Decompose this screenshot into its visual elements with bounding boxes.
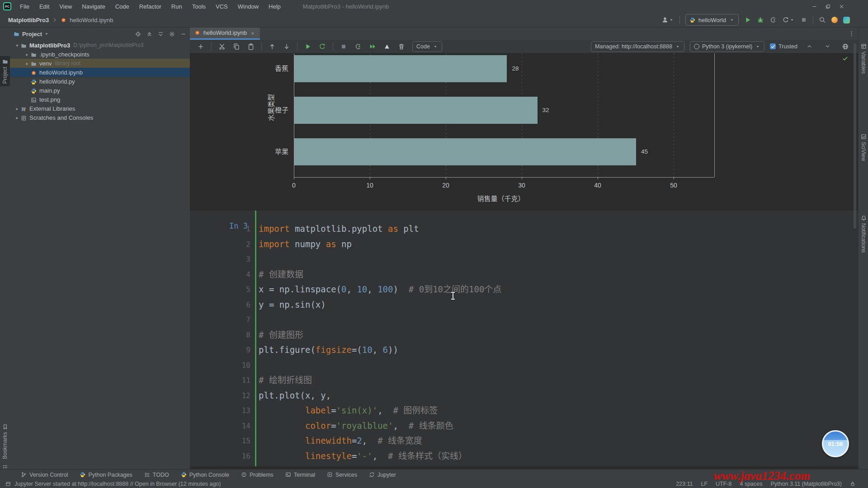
run-button[interactable] [744, 14, 751, 25]
search-everywhere-button[interactable] [819, 14, 826, 25]
inspections-ok-icon[interactable] [842, 54, 848, 62]
menu-vcs[interactable]: VCS [212, 2, 232, 11]
code-line[interactable]: 8# 创建图形 [190, 328, 858, 343]
editor-scrollbar[interactable] [854, 43, 856, 229]
collapse-all-icon[interactable] [146, 31, 152, 37]
project-panel-title[interactable]: Project [22, 31, 42, 38]
code-line[interactable]: 2import numpy as np [190, 237, 858, 252]
status-message[interactable]: Jupyter Server started at http://localho… [14, 481, 221, 487]
trusted-checkbox[interactable]: Trusted [770, 43, 797, 50]
prev-cell-button[interactable] [803, 41, 816, 52]
user-menu[interactable] [661, 14, 674, 25]
coverage-button[interactable] [769, 14, 777, 25]
tree-item-helloworld-ipynb[interactable]: helloWorld.ipynb [10, 68, 190, 77]
menu-view[interactable]: View [55, 2, 76, 11]
execute-all-button[interactable] [352, 41, 364, 52]
code-line[interactable]: 12plt.plot(x, y, [190, 388, 858, 404]
server-dropdown[interactable]: Managed: http://localhost:8888 [591, 41, 684, 52]
code-line[interactable]: 15 linewidth=2, # 线条宽度 [190, 433, 858, 449]
open-in-browser-button[interactable] [839, 41, 852, 52]
cut-cell-button[interactable] [216, 41, 228, 52]
debug-button[interactable] [757, 14, 764, 25]
stripe-variables[interactable]: Variables [859, 41, 868, 76]
caret-position[interactable]: 223:11 [676, 481, 693, 487]
code-line[interactable]: 9plt.figure(figsize=(10, 6)) [190, 343, 858, 358]
lock-icon[interactable] [850, 481, 855, 487]
code-line[interactable]: 13 label='sin(x)', # 图例标签 [190, 403, 858, 418]
next-cell-button[interactable] [821, 41, 834, 52]
menu-edit[interactable]: Edit [35, 2, 53, 11]
plugin-button[interactable] [843, 14, 850, 25]
chevron-down-icon[interactable] [44, 31, 49, 37]
menu-window[interactable]: Window [234, 2, 263, 11]
event-log-icon[interactable] [5, 481, 11, 487]
hide-panel-icon[interactable] [180, 31, 186, 37]
tree-item-test-png[interactable]: test.png [10, 95, 190, 104]
run-config-dropdown[interactable]: helloWorld [685, 14, 739, 26]
tree-collapse-arrow-icon[interactable]: ▸ [14, 106, 21, 111]
stripe-project[interactable]: Project [0, 56, 10, 86]
cell-type-dropdown[interactable]: Code [412, 41, 442, 52]
profiler-button[interactable] [782, 14, 795, 25]
copy-cell-button[interactable] [230, 41, 243, 52]
interrupt-kernel-button[interactable] [381, 41, 393, 52]
close-button[interactable] [835, 0, 848, 12]
code-line[interactable]: 3 [190, 252, 858, 267]
paste-cell-button[interactable] [245, 41, 257, 52]
code-line[interactable]: 7 [190, 312, 858, 328]
tree-item-helloworld-py[interactable]: helloWorld.py [10, 77, 190, 86]
toolwindow-problems[interactable]: Problems [241, 472, 274, 478]
tree-item--ipynb-checkpoints[interactable]: ▸.ipynb_checkpoints [10, 50, 190, 59]
stripe-notifications[interactable]: Notifications [859, 212, 868, 255]
code-cell[interactable]: In 3 1import matplotlib.pyplot as plt2im… [190, 211, 858, 466]
line-ending[interactable]: LF [701, 481, 708, 487]
tree-item-scratches-and-consoles[interactable]: ▸Scratches and Consoles [10, 113, 190, 122]
maximize-button[interactable] [821, 0, 835, 12]
code-line[interactable]: 14 color='royalblue', # 线条颜色 [190, 418, 858, 434]
locate-file-icon[interactable] [135, 31, 141, 37]
add-cell-button[interactable] [194, 41, 207, 52]
stripe-bookmarks[interactable]: Bookmarks [0, 421, 10, 462]
menu-run[interactable]: Run [167, 2, 186, 11]
tree-item-external-libraries[interactable]: ▸External Libraries [10, 104, 190, 113]
tree-item-venv[interactable]: ▸venvlibrary root [10, 59, 190, 68]
toolwindow-services[interactable]: Services [327, 472, 357, 478]
tree-item-main-py[interactable]: main.py [10, 86, 190, 95]
breadcrumb-file[interactable]: helloWorld.ipynb [70, 17, 113, 23]
toolwindow-python-console[interactable]: Python Console [181, 472, 229, 478]
stop-kernel-button[interactable] [337, 41, 350, 52]
breadcrumb-project[interactable]: MatplotlibPro3 [8, 17, 49, 23]
tree-expand-arrow-icon[interactable]: ▾ [14, 43, 21, 48]
toolwindow-python-packages[interactable]: Python Packages [80, 472, 132, 478]
restart-kernel-button[interactable] [316, 41, 329, 52]
code-editor[interactable]: 1import matplotlib.pyplot as plt2import … [190, 221, 858, 464]
tree-item-matplotlibpro3[interactable]: ▾MatplotlibPro3D:\python_pro\MatplotlibP… [10, 41, 190, 50]
code-line[interactable]: 5x = np.linspace(0, 10, 100) # 0到10之间的10… [190, 282, 858, 297]
run-all-button[interactable] [366, 41, 379, 52]
tab-helloworld-ipynb[interactable]: helloWorld.ipynb [190, 27, 260, 40]
tab-close-button[interactable] [250, 29, 255, 36]
minimize-button[interactable] [807, 0, 821, 12]
run-cell-button[interactable] [302, 41, 314, 52]
toolwindow-jupyter[interactable]: Jupyter [369, 472, 396, 478]
update-indicator[interactable] [831, 14, 838, 25]
tree-collapse-arrow-icon[interactable]: ▸ [14, 115, 21, 120]
code-line[interactable]: 10 [190, 358, 858, 373]
tree-collapse-arrow-icon[interactable]: ▸ [24, 61, 31, 66]
code-line[interactable]: 16 linestyle='-', # 线条样式（实线） [190, 449, 858, 464]
toolwindow-version-control[interactable]: Version Control [21, 472, 68, 478]
code-line[interactable]: 1import matplotlib.pyplot as plt [190, 221, 858, 237]
stop-button[interactable] [800, 14, 807, 25]
menu-tools[interactable]: Tools [188, 2, 210, 11]
toolwindow-terminal[interactable]: Terminal [285, 472, 315, 478]
delete-cell-button[interactable] [395, 41, 408, 52]
gear-icon[interactable] [169, 31, 175, 37]
code-line[interactable]: 4# 创建数据 [190, 267, 858, 282]
toolwindow-todo[interactable]: TODO [144, 472, 169, 478]
tab-options-button[interactable] [849, 29, 854, 38]
kernel-dropdown[interactable]: Python 3 (ipykernel) [690, 41, 764, 52]
menu-help[interactable]: Help [264, 2, 285, 11]
menu-file[interactable]: File [16, 2, 33, 11]
code-line[interactable]: 11# 绘制折线图 [190, 373, 858, 388]
tree-collapse-arrow-icon[interactable]: ▸ [24, 52, 31, 57]
